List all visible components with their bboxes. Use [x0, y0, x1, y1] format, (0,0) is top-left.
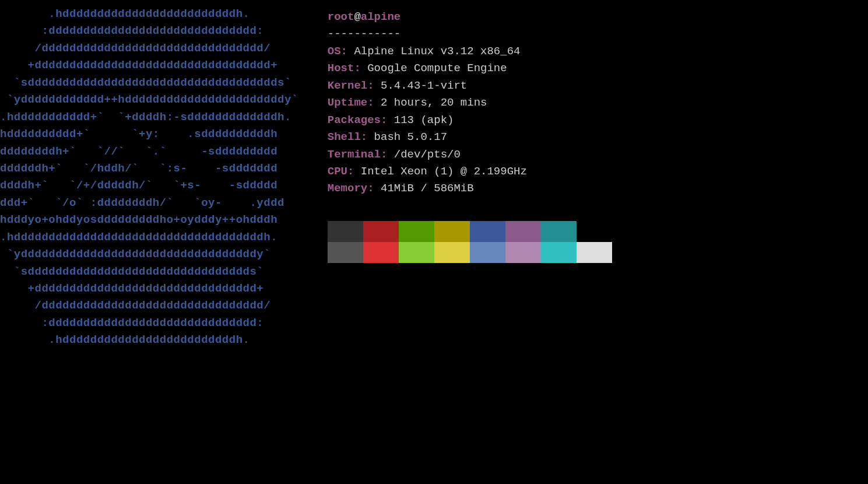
- terminal-label: Terminal: [328, 148, 381, 161]
- color-swatch: [363, 242, 399, 263]
- kernel-row: Kernel: 5.4.43-1-virt: [328, 78, 612, 94]
- color-swatch: [470, 242, 505, 263]
- terminal-row: Terminal: /dev/pts/0: [328, 146, 612, 163]
- uptime-label: Uptime: [328, 96, 367, 109]
- color-row-dark: [328, 221, 612, 242]
- color-swatch: [577, 221, 612, 242]
- color-swatch: [328, 221, 363, 242]
- hostname: alpine: [361, 10, 400, 23]
- kernel-label: Kernel: [328, 79, 367, 92]
- color-swatch: [505, 221, 541, 242]
- color-swatch: [399, 242, 434, 263]
- memory-label: Memory: [328, 182, 367, 195]
- color-swatch: [399, 221, 434, 242]
- user-host-line: root@alpine: [328, 9, 612, 26]
- os-label: OS: [328, 45, 341, 58]
- ascii-logo: .hdddddddddddddddddddddddddh. :ddddddddd…: [0, 6, 298, 478]
- color-swatch: [434, 242, 470, 263]
- cpu-value: Intel Xeon (1) @ 2.199GHz: [361, 165, 527, 178]
- color-swatch: [470, 221, 505, 242]
- color-swatch: [541, 242, 577, 263]
- shell-label: Shell: [328, 131, 361, 143]
- username: root: [328, 10, 354, 23]
- uptime-row: Uptime: 2 hours, 20 mins: [328, 94, 612, 111]
- shell-row: Shell: bash 5.0.17: [328, 129, 612, 146]
- color-palette: [328, 221, 612, 263]
- cpu-row: CPU: Intel Xeon (1) @ 2.199GHz: [328, 163, 612, 180]
- color-swatch: [577, 242, 612, 263]
- color-swatch: [328, 242, 363, 263]
- host-value: Google Compute Engine: [367, 62, 507, 75]
- host-row: Host: Google Compute Engine: [328, 60, 612, 77]
- system-info-panel: root@alpine ----------- OS: Alpine Linux…: [328, 6, 612, 478]
- memory-value: 41MiB / 586MiB: [381, 182, 474, 195]
- host-label: Host: [328, 62, 354, 75]
- uptime-value: 2 hours, 20 mins: [381, 96, 487, 109]
- color-swatch: [505, 242, 541, 263]
- os-row: OS: Alpine Linux v3.12 x86_64: [328, 43, 612, 60]
- os-value: Alpine Linux v3.12 x86_64: [354, 45, 520, 58]
- at-symbol: @: [354, 10, 360, 23]
- memory-row: Memory: 41MiB / 586MiB: [328, 180, 612, 197]
- color-swatch: [363, 221, 399, 242]
- color-swatch: [541, 221, 577, 242]
- kernel-value: 5.4.43-1-virt: [381, 79, 467, 92]
- packages-value: 113 (apk): [394, 114, 454, 127]
- packages-row: Packages: 113 (apk): [328, 112, 612, 129]
- terminal-value: /dev/pts/0: [394, 148, 461, 161]
- separator-line: -----------: [328, 26, 612, 43]
- packages-label: Packages: [328, 114, 381, 127]
- shell-value: bash 5.0.17: [374, 131, 447, 143]
- color-swatch: [434, 221, 470, 242]
- color-row-bright: [328, 242, 612, 263]
- cpu-label: CPU: [328, 165, 347, 178]
